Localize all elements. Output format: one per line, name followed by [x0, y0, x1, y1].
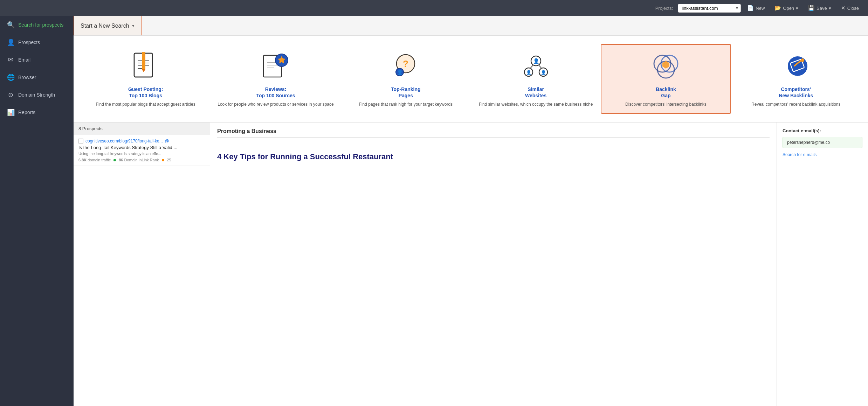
- competitors-backlinks-desc: Reveal competitors' recent backlink acqu…: [751, 102, 840, 107]
- search-method-reviews[interactable]: Reviews:Top 100 Sources Look for people …: [211, 44, 340, 114]
- svg-text:👤: 👤: [526, 70, 531, 75]
- article-divider: [217, 137, 770, 138]
- sidebar-item-search-label: Search for prospects: [18, 22, 63, 28]
- bottom-area: 8 Prospects cognitiveseo.com/blog/9170/l…: [74, 122, 868, 406]
- close-icon: ✕: [841, 5, 846, 11]
- svg-text:👤: 👤: [533, 58, 539, 64]
- svg-text:👤: 👤: [397, 69, 403, 75]
- guest-posting-title: Guest Posting:Top 100 Blogs: [128, 86, 163, 99]
- email-icon: ✉: [7, 56, 14, 64]
- sidebar-item-browser-label: Browser: [18, 75, 36, 80]
- new-button[interactable]: 📄 New: [744, 4, 768, 13]
- green-dot: [113, 159, 116, 161]
- backlink-gap-desc: Discover competitors' intersecting backl…: [625, 102, 707, 107]
- topbar: Projects: link-assistant.com 📄 New 📂 Ope…: [0, 0, 868, 16]
- open-icon: 📂: [774, 5, 781, 11]
- projects-label: Projects:: [655, 6, 673, 11]
- search-method-guest-posting[interactable]: Guest Posting:Top 100 Blogs Find the mos…: [81, 44, 211, 114]
- open-button[interactable]: 📂 Open ▾: [771, 4, 802, 13]
- similar-websites-desc: Find similar websites, which occupy the …: [479, 102, 593, 107]
- search-icon: 🔍: [7, 21, 14, 29]
- competitors-backlinks-icon: [780, 50, 812, 82]
- sidebar: 🔍 Search for prospects 👤 Prospects ✉ Ema…: [0, 16, 74, 406]
- domain-icon: ⊙: [7, 91, 14, 99]
- svg-line-26: [539, 65, 542, 69]
- at-icon: @: [165, 139, 169, 144]
- browser-icon: 🌐: [7, 74, 14, 81]
- result-stats: 6.8K domain traffic 86 Domain InLink Ran…: [78, 158, 205, 162]
- start-search-arrow: ▾: [132, 23, 135, 28]
- result-snippet: Using the long-tail keywords strategy is…: [78, 152, 205, 156]
- rank-value: 86 Domain InLink Rank: [119, 158, 159, 162]
- sidebar-item-browser[interactable]: 🌐 Browser: [0, 69, 74, 86]
- sidebar-item-search[interactable]: 🔍 Search for prospects: [0, 16, 74, 34]
- url-text: cognitiveseo.com/blog/9170/long-tail-ke.…: [85, 139, 163, 144]
- top-ranking-title: Top-RankingPages: [391, 86, 421, 99]
- new-icon: 📄: [747, 5, 754, 11]
- project-select-wrapper[interactable]: link-assistant.com: [678, 4, 741, 13]
- competitors-backlinks-title: Competitors'New Backlinks: [779, 86, 813, 99]
- svg-line-25: [530, 65, 533, 69]
- reviews-title: Reviews:Top 100 Sources: [256, 86, 295, 99]
- contact-label: Contact e-mail(s):: [783, 128, 862, 133]
- similar-websites-title: SimilarWebsites: [525, 86, 546, 99]
- search-methods-panel: Guest Posting:Top 100 Blogs Find the mos…: [74, 36, 868, 122]
- reports-icon: 📊: [7, 108, 14, 116]
- start-search-label: Start a New Search: [81, 23, 129, 29]
- reviews-desc: Look for people who review products or s…: [218, 102, 334, 107]
- article-header: Promoting a Business: [210, 122, 777, 146]
- prospects-icon: 👤: [7, 38, 14, 46]
- prospects-header: 8 Prospects: [74, 122, 210, 135]
- right-panel: Contact e-mail(s): petershepherd@me.co S…: [777, 122, 868, 406]
- project-select[interactable]: link-assistant.com: [678, 4, 741, 13]
- top-ranking-icon: ? 👤: [390, 50, 421, 82]
- sidebar-item-prospects-label: Prospects: [18, 40, 40, 45]
- save-icon: 💾: [808, 5, 815, 11]
- backlink-gap-title: BacklinkGap: [656, 86, 676, 99]
- top-ranking-desc: Find pages that rank high for your targe…: [359, 102, 453, 107]
- result-checkbox[interactable]: [78, 139, 83, 144]
- orange-dot: [162, 159, 164, 161]
- search-emails-link[interactable]: Search for e-mails: [783, 152, 862, 157]
- start-search-button[interactable]: Start a New Search ▾: [74, 16, 142, 35]
- close-button[interactable]: ✕ Close: [838, 4, 862, 13]
- guest-posting-desc: Find the most popular blogs that accept …: [96, 102, 195, 107]
- search-method-backlink-gap[interactable]: BacklinkGap Discover competitors' inters…: [601, 44, 731, 114]
- save-button[interactable]: 💾 Save ▾: [805, 4, 835, 13]
- search-method-competitors-backlinks[interactable]: Competitors'New Backlinks Reveal competi…: [731, 44, 861, 114]
- sidebar-item-email-label: Email: [18, 57, 30, 63]
- guest-posting-icon: [130, 50, 161, 82]
- sidebar-item-prospects[interactable]: 👤 Prospects: [0, 34, 74, 51]
- result-title: Is the Long-Tail Keywords Strategy Still…: [78, 145, 205, 150]
- svg-point-33: [801, 58, 804, 62]
- content-area: Start a New Search ▾: [74, 16, 868, 406]
- reviews-icon: [260, 50, 291, 82]
- result-url: cognitiveseo.com/blog/9170/long-tail-ke.…: [78, 139, 205, 144]
- traffic-value: 6.8K domain traffic: [78, 158, 111, 162]
- sidebar-item-domain-label: Domain Strength: [18, 92, 55, 98]
- article-body: 4 Key Tips for Running a Successful Rest…: [210, 146, 777, 168]
- main-layout: 🔍 Search for prospects 👤 Prospects ✉ Ema…: [0, 16, 868, 406]
- search-method-top-ranking[interactable]: ? 👤 Top-RankingPages Find pages that ran…: [341, 44, 471, 114]
- similar-websites-icon: 👤 👤 👤: [520, 50, 552, 82]
- sidebar-item-reports[interactable]: 📊 Reports: [0, 104, 74, 121]
- left-panel: 8 Prospects cognitiveseo.com/blog/9170/l…: [74, 122, 210, 406]
- extra-value: 25: [167, 158, 171, 162]
- contact-email: petershepherd@me.co: [783, 137, 862, 148]
- article-title: 4 Key Tips for Running a Successful Rest…: [217, 152, 770, 162]
- sidebar-item-email[interactable]: ✉ Email: [0, 51, 74, 69]
- sidebar-item-reports-label: Reports: [18, 110, 35, 115]
- backlink-gap-icon: [650, 50, 682, 82]
- article-header-text: Promoting a Business: [217, 128, 770, 134]
- svg-text:?: ?: [403, 58, 408, 69]
- content-header: Start a New Search ▾: [74, 16, 868, 36]
- svg-text:👤: 👤: [540, 70, 546, 75]
- search-method-similar[interactable]: 👤 👤 👤 SimilarWebsites Find similar websi…: [471, 44, 601, 114]
- svg-rect-6: [142, 52, 145, 69]
- mid-panel: Promoting a Business 4 Key Tips for Runn…: [210, 122, 777, 406]
- sidebar-item-domain[interactable]: ⊙ Domain Strength: [0, 86, 74, 104]
- table-row[interactable]: cognitiveseo.com/blog/9170/long-tail-ke.…: [74, 135, 210, 166]
